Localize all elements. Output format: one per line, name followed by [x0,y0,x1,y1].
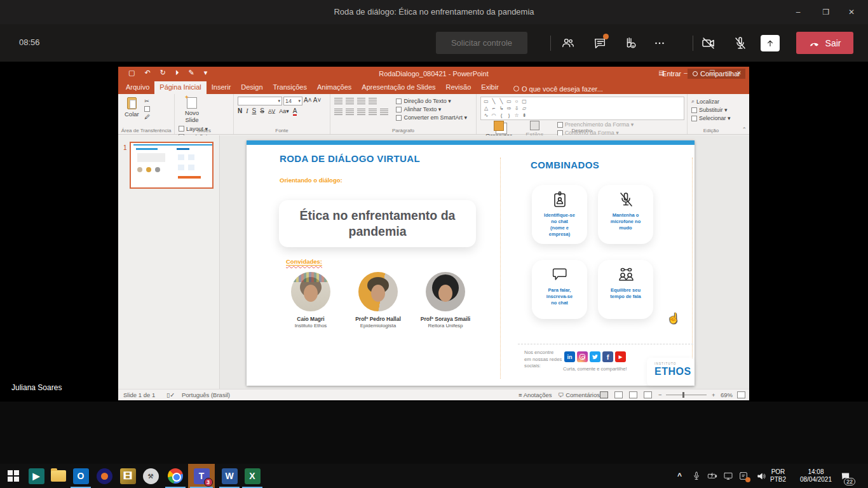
new-slide-button[interactable]: Novo Slide [179,97,205,125]
spellcheck-icon[interactable]: ▯✓ [166,391,175,398]
font-name-combobox[interactable]: ▾ [238,97,282,105]
align-left-icon[interactable] [334,109,342,115]
ppt-ribbon: Colar ✂ 🖉 Área de Transferência Novo Sli… [118,94,749,135]
change-case-button[interactable]: Aa▾ [279,108,289,114]
mic-off-icon[interactable] [732,35,749,51]
chat-icon[interactable] [592,35,608,51]
find-button[interactable]: ⌕ Localizar [691,98,731,105]
smartart-button[interactable]: Converter em SmartArt ▾ [396,114,467,121]
shapes-gallery[interactable]: ▭╲╲▭○▢ △⌐↳⇨⇩▱ ∿◠{}☆⇟ [480,97,684,120]
taskbar-app-outlook[interactable]: O [69,464,93,488]
fit-to-window-icon[interactable] [737,391,745,398]
underline-button[interactable]: S [252,107,257,114]
align-text-button[interactable]: Alinhar Texto ▾ [396,106,467,112]
ppt-tab-pagina-inicial[interactable]: Página Inicial [154,81,206,94]
collapse-ribbon-icon[interactable]: ⌃ [742,126,747,133]
ppt-tab-apresentacao-de-slides[interactable]: Apresentação de Slides [356,81,440,94]
tray-mic-icon[interactable] [691,464,702,488]
zoom-slider[interactable] [666,395,707,395]
italic-button[interactable]: I [246,107,248,114]
slide-sorter-view-icon[interactable] [614,391,623,398]
person-icon [693,71,698,76]
ppt-tab-arquivo[interactable]: Arquivo [121,81,154,94]
slideshow-view-icon[interactable] [644,391,652,398]
ppt-window-title: RodaDialogo_080421 - PowerPoint [118,70,749,78]
justify-icon[interactable] [369,109,377,115]
strikethrough-button[interactable]: S [260,107,264,114]
notes-button[interactable]: ≡ Anotações [519,391,552,398]
start-button[interactable] [1,464,25,488]
columns-icon[interactable] [380,109,388,115]
copy-button[interactable] [144,106,150,112]
format-painter-button[interactable]: 🖉 [144,114,150,120]
action-center-icon[interactable]: 22 [840,464,851,488]
tray-volume-icon[interactable] [756,464,767,488]
paste-button[interactable]: Colar [122,97,142,118]
request-control-button[interactable]: Solicitar controle [436,32,527,54]
chrome-icon [168,468,183,484]
ppt-tab-design[interactable]: Design [236,81,268,94]
ppt-tab-transicoes[interactable]: Transições [268,81,312,94]
font-color-button[interactable]: A [293,107,297,116]
text-direction-button[interactable]: Direção do Texto ▾ [396,98,467,104]
slide-thumbnail[interactable] [130,142,214,189]
taskbar-app-explorer[interactable] [46,464,71,488]
share-screen-icon[interactable] [761,35,780,51]
leave-button[interactable]: Sair [796,32,853,54]
minimize-icon[interactable]: – [792,6,804,18]
reactions-icon[interactable] [622,35,639,51]
sign-in-link[interactable]: Entrar [662,70,681,78]
bold-button[interactable]: N [238,107,242,114]
indent-icons[interactable] [357,98,365,104]
ppt-tab-animacoes[interactable]: Animações [312,81,356,94]
font-size-combobox[interactable]: 14▾ [283,97,302,105]
shape-fill-button[interactable]: Preenchimento da Forma ▾ [557,121,634,128]
reading-view-icon[interactable] [629,391,637,398]
media-app-icon [97,468,112,484]
tray-language-indicator[interactable]: PORPTB2 [770,464,786,488]
camera-off-icon[interactable] [700,35,717,51]
tray-chevron-icon[interactable]: ^ [677,464,682,488]
tray-clock[interactable]: 14:0808/04/2021 [792,464,832,488]
taskbar-app-word[interactable]: W [217,464,241,488]
close-icon[interactable]: ✕ [845,6,858,18]
line-spacing-icon[interactable] [369,98,377,104]
select-button[interactable]: Selecionar ▾ [691,115,731,121]
more-options-icon[interactable] [651,35,668,51]
tray-battery-icon[interactable] [707,464,718,488]
taskbar-app-excel[interactable]: X [240,464,264,488]
taskbar-app-formatfactory[interactable]: ⚒ [139,464,163,488]
grow-shrink-font-buttons[interactable]: A˄ A˅ [304,97,321,105]
comments-button[interactable]: 🗩 Comentários [558,391,600,398]
toolbar-divider [550,36,551,51]
maximize-icon[interactable]: ❒ [820,6,832,18]
replace-button[interactable]: Substituir ▾ [691,107,731,113]
taskbar-app-teams[interactable]: T 3 [188,464,215,488]
ppt-tab-revisao[interactable]: Revisão [441,81,477,94]
taskbar-app-chrome[interactable] [163,464,187,488]
bullets-icon[interactable] [334,98,342,104]
slide-canvas[interactable]: RODA DE DIÁLOGO VIRTUAL Orientando o diá… [247,140,695,386]
participants-icon[interactable] [560,35,576,51]
normal-view-icon[interactable] [600,391,608,398]
taskbar-app-media[interactable] [92,464,116,488]
tell-me-box[interactable]: O que você deseja fazer... [507,81,608,94]
tray-network-icon[interactable] [723,464,733,488]
share-button[interactable]: Compartilhar [688,69,745,79]
taskbar-app-video-editor[interactable]: ▶ [24,464,48,488]
language-status[interactable]: Português (Brasil) [182,391,230,398]
zoom-level[interactable]: 69% [721,391,733,398]
align-center-icon[interactable] [346,109,354,115]
zoom-slider-thumb[interactable] [682,392,684,398]
ppt-tab-exibir[interactable]: Exibir [476,81,504,94]
ppt-tab-inserir[interactable]: Inserir [207,81,236,94]
numbering-icon[interactable] [346,98,354,104]
char-spacing-button[interactable]: A̲V̲ [268,108,275,114]
zoom-out-icon[interactable]: − [658,391,662,398]
taskbar-app-moviemaker[interactable]: 🎞 [116,464,140,488]
tray-teams-icon[interactable] [738,464,749,488]
zoom-in-icon[interactable]: + [712,391,715,398]
align-right-icon[interactable] [357,109,365,115]
cut-button[interactable]: ✂ [144,98,150,104]
movie-app-icon: 🎞 [120,468,136,484]
